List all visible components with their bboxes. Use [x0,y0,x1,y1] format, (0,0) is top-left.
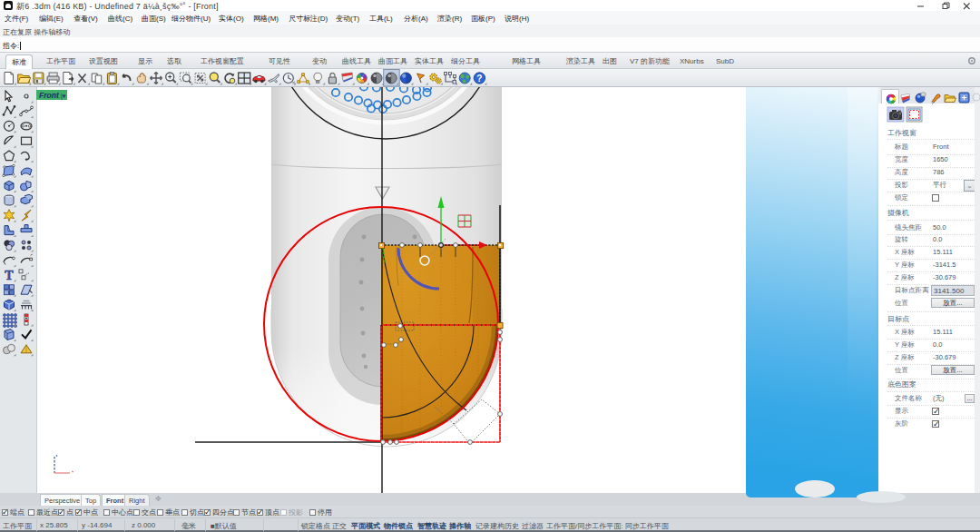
svg-text:T: T [5,269,14,282]
svg-text:?: ? [476,74,482,84]
svg-text:Front: Front [39,91,60,100]
svg-text:|▾: |▾ [61,93,66,100]
